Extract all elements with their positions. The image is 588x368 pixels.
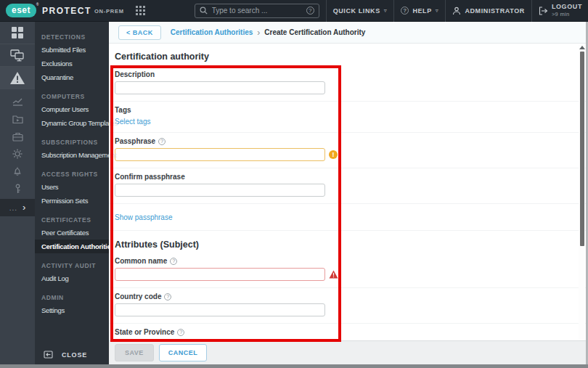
select-tags-link[interactable]: Select tags — [115, 118, 150, 126]
user-icon — [452, 7, 461, 15]
country-code-help-icon[interactable]: ? — [164, 293, 171, 300]
passphrase-help-icon[interactable]: ? — [158, 138, 166, 145]
tags-row: Tags Select tags — [109, 102, 586, 133]
sidebar-item-users[interactable]: Users — [35, 180, 109, 194]
state-province-help-icon[interactable]: ? — [177, 329, 184, 336]
attributes-subject-title: Attributes (Subject) — [109, 231, 586, 253]
folder-icon — [12, 115, 23, 124]
collapse-menu-button[interactable]: CLOSE — [35, 351, 109, 359]
eset-logo: eset ® — [6, 4, 36, 17]
user-menu[interactable]: ADMINISTRATOR — [452, 7, 524, 15]
scrollbar-thumb[interactable] — [580, 52, 584, 246]
save-button[interactable]: SAVE — [115, 344, 154, 361]
registered-mark: ® — [36, 3, 39, 7]
description-row: Description — [109, 66, 586, 102]
common-name-error — [329, 270, 338, 279]
sidebar-item-computers[interactable] — [0, 44, 35, 67]
warning-triangle-icon — [9, 71, 25, 85]
help-label: HELP — [412, 7, 431, 15]
expand-arrow-icon: › — [23, 203, 25, 212]
sidebar-item-computer-users[interactable]: Computer Users — [35, 102, 109, 116]
state-province-label: State or Province — [115, 328, 174, 336]
app-grid-icon[interactable] — [136, 6, 145, 15]
sidebar-item-policies[interactable] — [0, 145, 35, 163]
sidebar-item-quarantine[interactable]: Quarantine — [35, 70, 109, 84]
sidebar-item-certification-authorities[interactable]: Certification Authorities — [35, 240, 109, 253]
quick-links-menu[interactable]: QUICK LINKS ▿ — [333, 7, 388, 15]
breadcrumb-current: Create Certification Authority — [264, 28, 365, 36]
menu-header-admin: ADMIN — [41, 294, 109, 301]
menu-header-activity-audit: ACTIVITY AUDIT — [41, 262, 109, 269]
cancel-button[interactable]: CANCEL — [159, 344, 208, 361]
breadcrumb-separator-icon: › — [257, 28, 260, 38]
passphrase-label: Passphrase — [115, 137, 155, 145]
menu-header-access-rights: ACCESS RIGHTS — [41, 171, 109, 178]
sidebar-item-status-overview[interactable] — [0, 93, 35, 110]
sidebar-item-more[interactable]: ... › — [0, 199, 35, 216]
form-content: Certification authority Description Tags… — [109, 44, 586, 340]
app-window: eset ® PROTECT ON-PREM ? QUICK LINKS ▿ ?… — [0, 0, 588, 368]
search-box[interactable]: ? — [195, 4, 319, 18]
sidebar-item-exclusions[interactable]: Exclusions — [35, 57, 109, 70]
menu-header-detections: DETECTIONS — [41, 33, 109, 41]
sidebar-item-detections[interactable] — [0, 67, 35, 89]
sidebar-item-licenses[interactable] — [0, 180, 35, 197]
sidebar-item-settings[interactable]: Settings — [35, 303, 109, 317]
sidebar-item-peer-certificates[interactable]: Peer Certificates — [35, 226, 109, 240]
key-icon — [13, 184, 23, 194]
search-help-icon[interactable]: ? — [306, 7, 314, 15]
back-button[interactable]: < BACK — [118, 25, 161, 40]
sidebar-item-notifications[interactable] — [0, 163, 35, 180]
sidebar-item-submitted-files[interactable]: Submitted Files — [35, 43, 109, 57]
sidebar-item-reports[interactable] — [0, 110, 35, 128]
bell-icon — [12, 166, 23, 176]
search-icon — [200, 7, 208, 15]
description-label: Description — [115, 70, 586, 78]
country-code-label: Country code — [115, 293, 161, 300]
passphrase-row: Passphrase ? ! — [109, 133, 586, 168]
sidebar-item-subscription-management[interactable]: Subscription Management — [35, 148, 109, 162]
topbar-divider — [445, 0, 446, 22]
common-name-input[interactable] — [115, 268, 325, 281]
sidebar-item-tasks[interactable] — [0, 128, 35, 145]
show-passphrase-link[interactable]: Show passphrase — [115, 213, 173, 221]
quick-links-label: QUICK LINKS — [333, 7, 380, 15]
top-bar: eset ® PROTECT ON-PREM ? QUICK LINKS ▿ ?… — [0, 0, 588, 22]
sidebar-item-dynamic-group-templates[interactable]: Dynamic Group Templates — [35, 116, 109, 130]
description-input[interactable] — [115, 81, 325, 94]
ellipsis-icon: ... — [9, 204, 17, 212]
search-input[interactable] — [212, 7, 306, 15]
briefcase-icon — [12, 132, 23, 142]
user-label: ADMINISTRATOR — [465, 7, 524, 15]
logout-icon — [539, 7, 548, 15]
common-name-row: Common name ? — [109, 253, 586, 288]
sidebar-item-permission-sets[interactable]: Permission Sets — [35, 194, 109, 208]
passphrase-input[interactable] — [115, 148, 325, 161]
breadcrumb: < BACK Certification Authorities › Creat… — [109, 22, 586, 44]
warning-icon: ! — [329, 150, 338, 159]
chevron-down-icon: ▿ — [384, 7, 388, 14]
topbar-divider — [531, 0, 532, 22]
sidebar-item-audit-log[interactable]: Audit Log — [35, 271, 109, 285]
confirm-passphrase-label: Confirm passphrase — [115, 173, 586, 181]
logout-label: LOGOUT — [552, 3, 582, 10]
country-code-input[interactable] — [115, 303, 325, 316]
sidebar-item-dashboard[interactable] — [0, 22, 35, 44]
logout-button[interactable]: LOGOUT >9 min — [539, 4, 582, 18]
collapse-icon — [44, 351, 53, 359]
confirm-passphrase-input[interactable] — [115, 184, 325, 197]
product-edition: ON-PREM — [94, 8, 124, 15]
vertical-scrollbar[interactable] — [579, 44, 585, 363]
window-frame-bottom — [0, 364, 588, 368]
breadcrumb-parent-link[interactable]: Certification Authorities — [171, 28, 253, 36]
common-name-help-icon[interactable]: ? — [170, 258, 177, 265]
scroll-up-arrow-icon[interactable] — [579, 46, 585, 49]
passphrase-warning: ! — [329, 150, 338, 159]
common-name-label: Common name — [115, 257, 167, 265]
topbar-divider — [393, 0, 394, 22]
help-menu[interactable]: ? HELP ▿ — [401, 7, 438, 15]
icon-rail: ... › — [0, 22, 35, 364]
close-label: CLOSE — [62, 351, 87, 359]
sidebar-menu: DETECTIONS Submitted Files Exclusions Qu… — [35, 22, 109, 364]
dashboard-icon — [11, 26, 24, 39]
